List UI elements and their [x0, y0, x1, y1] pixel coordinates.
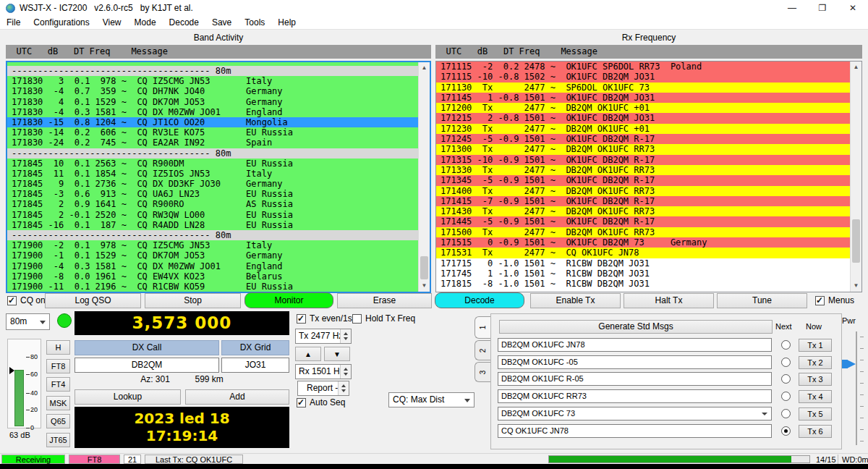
- rx-frequency-row[interactable]: 171400 Tx 2477 ~ DB2QM OK1UFC RR73: [436, 186, 850, 196]
- rx-freq-spinner[interactable]: Rx 1501 Hz: [295, 364, 352, 379]
- band-activity-row[interactable]: 171900 -4 0.3 1581 ~ CQ DX M0ZWW JO01Eng…: [7, 261, 418, 271]
- tx-freq-down-button[interactable]: ▼: [324, 347, 350, 361]
- band-activity-row[interactable]: 171830 -4 0.7 359 ~ CQ DH7NK JO40Germany: [7, 86, 418, 96]
- stop-button[interactable]: Stop: [145, 293, 241, 308]
- tx-2-button[interactable]: Tx 2: [799, 356, 832, 369]
- report-spinner[interactable]: Report -5: [297, 381, 349, 396]
- menus-checkbox[interactable]: Menus: [815, 295, 854, 305]
- spin-buttons-icon[interactable]: [340, 329, 351, 343]
- tx-message-field-5[interactable]: DB2QM OK1UFC 73: [498, 407, 772, 421]
- mode-button-msk[interactable]: MSK: [46, 396, 70, 410]
- next-radio-2[interactable]: [781, 358, 791, 367]
- band-activity-row[interactable]: 171830 -4 0.3 1581 ~ CQ DX M0ZWW JO01Eng…: [7, 107, 418, 117]
- band-activity-row[interactable]: 171845 -16 0.1 187 ~ CQ R4ADD LN28EU Rus…: [7, 220, 418, 230]
- mode-button-ft8[interactable]: FT8: [46, 359, 70, 373]
- log-qso-button[interactable]: Log QSO: [45, 293, 141, 308]
- band-activity-scrollbar[interactable]: ▲ ▼: [418, 62, 430, 292]
- tx-4-button[interactable]: Tx 4: [799, 390, 832, 403]
- rx-frequency-row[interactable]: 171200 Tx 2477 ~ DB2QM OK1UFC +01: [436, 103, 850, 113]
- rx-frequency-row[interactable]: 171330 Tx 2477 ~ DB2QM OK1UFC RR73: [436, 165, 850, 175]
- spin-buttons-icon[interactable]: [340, 365, 351, 379]
- tx-6-button[interactable]: Tx 6: [799, 425, 832, 438]
- band-activity-row[interactable]: 171830 -14 0.2 606 ~ CQ RV3LE KO75EU Rus…: [7, 127, 418, 138]
- mode-button-h[interactable]: H: [46, 340, 70, 355]
- scroll-up-icon[interactable]: ▲: [419, 62, 430, 74]
- menu-file[interactable]: File: [0, 17, 27, 28]
- rx-frequency-row[interactable]: 171715 0 -1.0 1501 ~ R1CBW DB2QM JO31: [436, 258, 850, 269]
- pwr-slider-handle[interactable]: [847, 360, 856, 368]
- band-activity-row[interactable]: 171900 -8 0.0 1961 ~ CQ EW4VX KO23Belaru…: [7, 271, 418, 282]
- tx-message-field-2[interactable]: DB2QM OK1UFC -05: [498, 355, 772, 369]
- rx-frequency-row[interactable]: 171500 Tx 2477 ~ DB2QM OK1UFC RR73: [436, 227, 850, 237]
- pwr-slider[interactable]: [856, 331, 857, 445]
- rx-frequency-row[interactable]: 171145 1 -0.8 1501 ~ OK1UFC DB2QM JO31: [436, 93, 850, 103]
- tune-button[interactable]: Tune: [717, 293, 807, 308]
- message-tab-1[interactable]: 1: [475, 316, 490, 339]
- band-activity-row[interactable]: 171845 2 0.9 1641 ~ CQ R900ROAS Russia: [7, 199, 418, 209]
- mode-button-jt65[interactable]: JT65: [46, 433, 70, 447]
- tx-message-field-4[interactable]: DB2QM OK1UFC RR73: [498, 389, 772, 403]
- band-activity-row[interactable]: 171845 2 -0.1 2520 ~ CQ RW3QW LO00EU Rus…: [7, 210, 418, 220]
- tx-freq-up-button[interactable]: ▲: [295, 347, 321, 361]
- rx-frequency-row[interactable]: 171315 -10 -0.9 1501 ~ OK1UFC DB2QM R-17: [436, 155, 850, 165]
- rx-frequency-row[interactable]: 171130 Tx 2477 ~ SP6DOL OK1UFC 73: [436, 83, 850, 93]
- next-radio-4[interactable]: [781, 392, 791, 401]
- band-activity-row[interactable]: 171900 -2 0.1 978 ~ CQ IZ5CMG JN53Italy: [7, 240, 418, 250]
- band-select[interactable]: 80m: [6, 313, 50, 330]
- cq-mode-select[interactable]: CQ: Max Dist: [388, 392, 475, 407]
- band-activity-row[interactable]: 171830 -24 0.2 745 ~ CQ EA2AR IN92Spain: [7, 138, 418, 148]
- minimize-button[interactable]: —: [777, 0, 807, 16]
- rx-frequency-row[interactable]: 171115 -10 -0.8 1502 ~ OK1UFC DB2QM JO31: [436, 72, 850, 82]
- scroll-thumb[interactable]: [852, 219, 860, 263]
- close-button[interactable]: ✕: [838, 0, 868, 16]
- rx-frequency-row[interactable]: 171445 -5 -0.9 1501 ~ OK1UFC DB2QM R-17: [436, 216, 850, 227]
- band-activity-row[interactable]: 171830 3 0.1 978 ~ CQ IZ5CMG JN53Italy: [7, 76, 418, 86]
- rx-frequency-list[interactable]: 171115 -2 0.2 2478 ~ OK1UFC SP6DOL RR73 …: [435, 61, 862, 292]
- tx-3-button[interactable]: Tx 3: [799, 373, 832, 386]
- band-activity-row[interactable]: 171845 -3 0.6 913 ~ CQ UA6J LN23EU Russi…: [7, 189, 418, 199]
- erase-button[interactable]: Erase: [337, 293, 432, 308]
- rx-frequency-row[interactable]: 171215 2 -0.8 1501 ~ OK1UFC DB2QM JO31: [436, 113, 850, 123]
- restore-button[interactable]: ❐: [807, 0, 838, 16]
- next-radio-6[interactable]: [781, 426, 791, 436]
- mode-button-ft4[interactable]: FT4: [46, 377, 70, 392]
- rx-frequency-scrollbar[interactable]: ▲ ▼: [850, 62, 861, 292]
- menu-save[interactable]: Save: [205, 17, 238, 28]
- tx-message-field-3[interactable]: DB2QM OK1UFC R-05: [498, 372, 772, 386]
- hold-tx-freq-checkbox[interactable]: Hold Tx Freq: [352, 313, 415, 324]
- mode-button-q65[interactable]: Q65: [46, 414, 70, 428]
- scroll-down-icon[interactable]: ▼: [851, 280, 861, 292]
- scroll-down-icon[interactable]: ▼: [419, 280, 430, 292]
- rx-frequency-row[interactable]: 171815 -8 -1.0 1501 ~ R1CBW DB2QM JO31: [436, 279, 850, 289]
- tx-freq-spinner[interactable]: Tx 2477 Hz: [295, 329, 352, 344]
- message-tab-3[interactable]: 3: [475, 362, 490, 382]
- band-activity-list[interactable]: -------------------------------------- 8…: [6, 61, 431, 293]
- tx-even-checkbox[interactable]: Tx even/1st: [297, 313, 354, 324]
- menu-decode[interactable]: Decode: [163, 17, 205, 28]
- next-radio-5[interactable]: [781, 409, 791, 418]
- tx-5-button[interactable]: Tx 5: [799, 407, 832, 421]
- tx-message-field-1[interactable]: DB2QM OK1UFC JN78: [498, 338, 772, 352]
- rx-frequency-row[interactable]: 171515 0 -0.9 1501 ~ OK1UFC DB2QM 73 Ger…: [436, 237, 850, 248]
- dx-call-field[interactable]: DB2QM: [75, 358, 219, 373]
- band-activity-row[interactable]: 171830 -15 0.8 1204 ~ CQ JT1CO OO20Mongo…: [7, 117, 418, 127]
- band-activity-row[interactable]: 171900 -11 0.1 2196 ~ CQ R1CBW KO59EU Ru…: [7, 282, 418, 292]
- menu-view[interactable]: View: [96, 17, 128, 28]
- menu-help[interactable]: Help: [271, 17, 302, 28]
- menu-configurations[interactable]: Configurations: [27, 17, 95, 28]
- menu-mode[interactable]: Mode: [128, 17, 163, 28]
- dx-grid-field[interactable]: JO31: [221, 358, 289, 373]
- band-activity-row[interactable]: 171830 4 0.1 1529 ~ CQ DK7OM JO53Germany: [7, 97, 418, 107]
- tx-message-field-6[interactable]: CQ OK1UFC JN78: [498, 424, 772, 438]
- halt-tx-button[interactable]: Halt Tx: [624, 293, 714, 308]
- scroll-up-icon[interactable]: ▲: [851, 62, 861, 73]
- band-activity-row[interactable]: 171845 11 0.1 1854 ~ CQ IZ5IOS JN53Italy: [7, 169, 418, 179]
- message-tab-2[interactable]: 2: [475, 340, 490, 360]
- next-radio-1[interactable]: [781, 340, 791, 350]
- add-button[interactable]: Add: [185, 389, 289, 405]
- rx-frequency-row[interactable]: 171430 Tx 2477 ~ DB2QM OK1UFC RR73: [436, 206, 850, 216]
- enable-tx-button[interactable]: Enable Tx: [530, 293, 621, 308]
- tx-1-button[interactable]: Tx 1: [799, 339, 832, 352]
- rx-frequency-row[interactable]: 171230 Tx 2477 ~ DB2QM OK1UFC +01: [436, 124, 850, 134]
- rx-frequency-row[interactable]: 171345 -5 -0.9 1501 ~ OK1UFC DB2QM R-17: [436, 175, 850, 185]
